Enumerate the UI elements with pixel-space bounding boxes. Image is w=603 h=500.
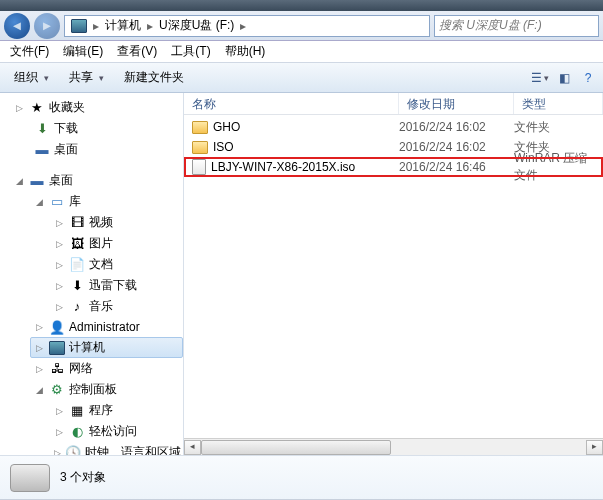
tree-pictures[interactable]: ▷🖼图片 (50, 233, 183, 254)
menu-edit[interactable]: 编辑(E) (57, 41, 109, 62)
menu-view[interactable]: 查看(V) (111, 41, 163, 62)
picture-icon: 🖼 (69, 236, 85, 252)
drive-icon (10, 464, 50, 492)
title-bar (0, 0, 603, 11)
clock-icon: 🕓 (65, 445, 81, 456)
file-type: WinRAR 压缩文件 (514, 150, 599, 184)
share-button[interactable]: 共享 (61, 66, 114, 89)
file-row[interactable]: GHO2016/2/24 16:02文件夹 (184, 117, 603, 137)
col-type[interactable]: 类型 (514, 93, 603, 114)
menu-help[interactable]: 帮助(H) (219, 41, 272, 62)
scroll-track[interactable] (201, 440, 586, 455)
tree-programs[interactable]: ▷▦程序 (50, 400, 183, 421)
control-panel-icon: ⚙ (49, 382, 65, 398)
network-icon: 🖧 (49, 361, 65, 377)
tree-control-panel[interactable]: ◢⚙控制面板 (30, 379, 183, 400)
file-date: 2016/2/24 16:02 (399, 140, 514, 154)
library-icon: ▭ (49, 194, 65, 210)
tree-ease[interactable]: ▷◐轻松访问 (50, 421, 183, 442)
search-placeholder: 搜索 U深度U盘 (F:) (439, 17, 542, 34)
file-list: 名称 修改日期 类型 GHO2016/2/24 16:02文件夹ISO2016/… (184, 93, 603, 455)
ease-icon: ◐ (69, 424, 85, 440)
toolbar: 组织 共享 新建文件夹 ☰ ◧ ? (0, 63, 603, 93)
tree-music[interactable]: ▷♪音乐 (50, 296, 183, 317)
chevron-right-icon: ▸ (238, 19, 248, 33)
music-icon: ♪ (69, 299, 85, 315)
tree-admin[interactable]: ▷👤Administrator (30, 317, 183, 337)
download-icon: ⬇ (34, 121, 50, 137)
tree-desktop-root[interactable]: ◢▬桌面 (10, 170, 183, 191)
breadcrumb[interactable]: ▸ 计算机 ▸ U深度U盘 (F:) ▸ (64, 15, 430, 37)
search-input[interactable]: 搜索 U深度U盘 (F:) (434, 15, 599, 37)
breadcrumb-root-icon[interactable] (67, 19, 91, 33)
tree-xunlei[interactable]: ▷⬇迅雷下载 (50, 275, 183, 296)
file-list-body[interactable]: GHO2016/2/24 16:02文件夹ISO2016/2/24 16:02文… (184, 115, 603, 438)
file-type: 文件夹 (514, 119, 599, 136)
programs-icon: ▦ (69, 403, 85, 419)
nav-back-button[interactable]: ◄ (4, 13, 30, 39)
view-mode-button[interactable]: ☰ (531, 69, 549, 87)
preview-pane-button[interactable]: ◧ (555, 69, 573, 87)
tree-downloads[interactable]: ⬇下载 (30, 118, 183, 139)
address-bar: ◄ ► ▸ 计算机 ▸ U深度U盘 (F:) ▸ 搜索 U深度U盘 (F:) (0, 11, 603, 41)
desktop-icon: ▬ (29, 173, 45, 189)
scroll-thumb[interactable] (201, 440, 391, 455)
col-name[interactable]: 名称 (184, 93, 399, 114)
tree-desktop[interactable]: ▬桌面 (30, 139, 183, 160)
menu-bar: 文件(F) 编辑(E) 查看(V) 工具(T) 帮助(H) (0, 41, 603, 63)
details-pane: 3 个对象 (0, 455, 603, 499)
computer-icon (49, 340, 65, 356)
desktop-icon: ▬ (34, 142, 50, 158)
tree-computer[interactable]: ▷计算机 (30, 337, 183, 358)
scroll-right-button[interactable]: ▸ (586, 440, 603, 455)
user-icon: 👤 (49, 319, 65, 335)
file-icon (192, 159, 206, 175)
tree-documents[interactable]: ▷📄文档 (50, 254, 183, 275)
tree-favorites[interactable]: ▷★收藏夹 (10, 97, 183, 118)
tree-libraries[interactable]: ◢▭库 (30, 191, 183, 212)
tree-videos[interactable]: ▷🎞视频 (50, 212, 183, 233)
video-icon: 🎞 (69, 215, 85, 231)
file-row[interactable]: LBJY-WIN7-X86-2015X.iso2016/2/24 16:46Wi… (184, 157, 603, 177)
file-name: ISO (213, 140, 234, 154)
star-icon: ★ (29, 100, 45, 116)
chevron-right-icon: ▸ (145, 19, 155, 33)
document-icon: 📄 (69, 257, 85, 273)
folder-icon (192, 121, 208, 134)
breadcrumb-segment[interactable]: U深度U盘 (F:) (155, 17, 238, 34)
breadcrumb-segment[interactable]: 计算机 (101, 17, 145, 34)
nav-forward-button[interactable]: ► (34, 13, 60, 39)
organize-button[interactable]: 组织 (6, 66, 59, 89)
file-date: 2016/2/24 16:02 (399, 120, 514, 134)
column-headers: 名称 修改日期 类型 (184, 93, 603, 115)
new-folder-button[interactable]: 新建文件夹 (116, 66, 194, 89)
col-date[interactable]: 修改日期 (399, 93, 514, 114)
folder-icon (192, 141, 208, 154)
download-icon: ⬇ (69, 278, 85, 294)
file-name: LBJY-WIN7-X86-2015X.iso (211, 160, 355, 174)
navigation-tree[interactable]: ▷★收藏夹 ⬇下载 ▬桌面 ◢▬桌面 ◢▭库 ▷🎞视频 ▷🖼图片 ▷📄文档 ▷⬇… (0, 93, 184, 455)
help-icon[interactable]: ? (579, 69, 597, 87)
file-date: 2016/2/24 16:46 (399, 160, 514, 174)
content-area: ▷★收藏夹 ⬇下载 ▬桌面 ◢▬桌面 ◢▭库 ▷🎞视频 ▷🖼图片 ▷📄文档 ▷⬇… (0, 93, 603, 455)
menu-tools[interactable]: 工具(T) (165, 41, 216, 62)
tree-network[interactable]: ▷🖧网络 (30, 358, 183, 379)
scroll-left-button[interactable]: ◂ (184, 440, 201, 455)
horizontal-scrollbar[interactable]: ◂ ▸ (184, 438, 603, 455)
file-name: GHO (213, 120, 240, 134)
menu-file[interactable]: 文件(F) (4, 41, 55, 62)
chevron-right-icon: ▸ (91, 19, 101, 33)
item-count: 3 个对象 (60, 469, 106, 486)
tree-clock[interactable]: ▷🕓时钟、语言和区域 (50, 442, 183, 455)
